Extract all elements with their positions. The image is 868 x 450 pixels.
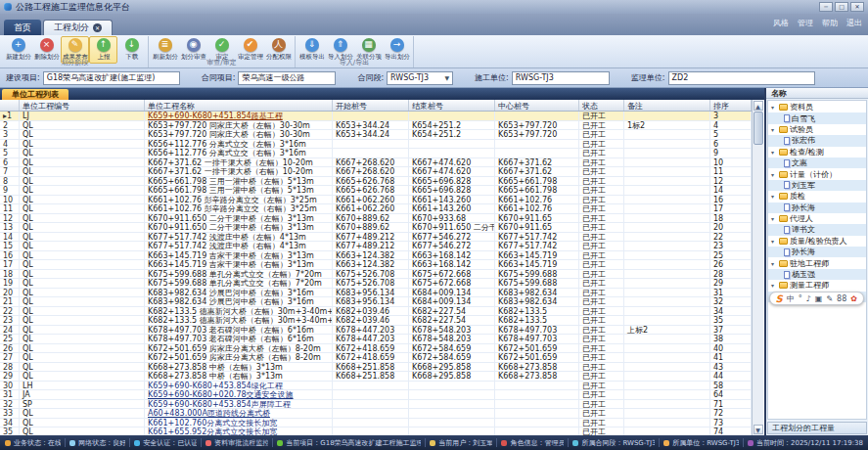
tree-member-刘玉军[interactable]: 刘玉军 (768, 180, 866, 191)
table-row[interactable]: 26QLK672+501.659 房家庄分离大桥（左幅）8-20mK672+41… (0, 344, 752, 354)
nav-link-风格[interactable]: 风格 (773, 18, 789, 28)
table-row[interactable]: 35QLK661+655.952分离式立交接长加宽已开工74 (0, 428, 752, 435)
table-row[interactable]: 31JAK659+690-K680+020.78交通安全设施已开工64 (0, 390, 752, 400)
column-header-排序[interactable]: 排序 (710, 100, 752, 111)
table-row[interactable]: 32SPK659+690-K680+453.854声屏障工程已开工71 (0, 400, 752, 410)
panel-footer-link[interactable]: 工程划分的工程量 (767, 422, 867, 434)
taskbar-item[interactable]: 网络状态：良好 (69, 438, 125, 448)
table-row[interactable]: 11QLK661+102.76 彭辛路分离立交（右幅）3*25mK661+062… (0, 204, 752, 214)
nav-link-管理[interactable]: 管理 (798, 18, 813, 28)
column-header-单位工程名称[interactable]: 单位工程名称 (145, 100, 333, 111)
table-row[interactable]: 2QLK653+797.720 同家庄大桥（左幅）30-30mK653+344.… (0, 121, 752, 131)
tree-member-白雪飞[interactable]: 白雪飞 (768, 112, 866, 123)
nav-link-退出[interactable]: 退出 (846, 18, 862, 28)
table-row[interactable]: 9QLK665+661.798 三用一灌中桥（右幅）5*13mK665+626.… (0, 186, 752, 196)
taskbar-item[interactable]: 当前项目：G18荣乌高速改扩建工程施工监理 (277, 438, 421, 448)
contract-section-select[interactable]: RWSG-TJ3▼ (387, 71, 453, 85)
tab-close-icon[interactable]: ✕ (93, 23, 102, 32)
tree-member-张宏伟[interactable]: 张宏伟 (768, 135, 866, 146)
ime-logo-icon[interactable]: S (776, 293, 783, 304)
tree-folder-代理人[interactable]: ▾代理人 (768, 213, 866, 224)
table-row[interactable]: 21QLK683+982.634 沙展巴河中桥（右幅）3*16mK683+956… (0, 297, 752, 307)
nav-tab-home[interactable]: 首页 (4, 20, 41, 35)
taskbar-item[interactable]: 角色信息：管理员 (501, 438, 564, 448)
tree-folder-质检[interactable]: ▾质检 (768, 191, 866, 202)
column-header-结束桩号[interactable]: 结束桩号 (409, 100, 495, 111)
table-row[interactable]: 8QLK665+661.798 三用一灌中桥（左幅）5*13mK665+626.… (0, 177, 752, 187)
tree-member-谭书文[interactable]: 谭书文 (768, 224, 866, 235)
close-button[interactable]: ✕ (850, 2, 864, 12)
table-row[interactable]: 13QLK670+911.650 二分干渠中桥（右幅）3*13mK670+889… (0, 223, 752, 233)
column-header-开始桩号[interactable]: 开始桩号 (333, 100, 409, 111)
taskbar-item[interactable]: 业务状态：在线 (5, 438, 61, 448)
taskbar-item[interactable]: 当前时间：2025/12/11 17:19:38 (748, 438, 863, 448)
taskbar-item[interactable]: 安全认证：已认证 (134, 438, 197, 448)
table-row[interactable]: 15QLK677+517.742 浅渡庄中桥（右幅）4*13mK677+489.… (0, 242, 752, 251)
table-row[interactable]: 3QLK653+797.720 同家庄大桥（右幅）30-30mK653+344.… (0, 130, 752, 140)
scrollbar-thumb[interactable] (754, 112, 763, 145)
table-row[interactable]: 12QLK670+911.650 二分干渠中桥（左幅）3*13mK670+889… (0, 214, 752, 224)
column-header-单位工程编号[interactable]: 单位工程编号 (20, 100, 145, 111)
taskbar-item[interactable]: 资料审批流程监控 (206, 438, 268, 448)
taskbar-item[interactable]: 所属合同段：RWSG-TJ3 (572, 438, 655, 448)
table-row[interactable]: 18QLK675+599.688 单孔分离式立交（左幅）7*20mK675+52… (0, 270, 752, 280)
expand-arrow-icon[interactable]: ▾ (771, 104, 777, 111)
ime-emoji-icon[interactable]: 88 (837, 294, 846, 303)
column-header-备注[interactable]: 备注 (624, 100, 710, 111)
expand-arrow-icon[interactable]: ▾ (771, 215, 777, 222)
tree-folder-质量/检验负责人[interactable]: ▾质量/检验负责人 (768, 236, 866, 247)
scroll-down-icon[interactable]: ▼ (754, 425, 763, 434)
vertical-scrollbar[interactable]: ▲ ▼ (752, 100, 763, 435)
tree-member-孙长海[interactable]: 孙长海 (768, 247, 866, 257)
expand-arrow-icon[interactable]: ▾ (771, 171, 777, 178)
ime-chinese-icon[interactable]: 中 (787, 293, 795, 304)
context-field-input[interactable]: ZD2 (668, 71, 815, 85)
context-field-input[interactable]: RWSG-TJ3 (512, 71, 610, 85)
tree-member-孙长海[interactable]: 孙长海 (768, 202, 866, 213)
table-row[interactable]: 29QLK668+273.858 中桥（右幅）3*13mK668+251.858… (0, 372, 752, 382)
tree-folder-试验员[interactable]: ▾试验员 (768, 124, 866, 135)
context-field-input[interactable]: 荣乌高速一级公路 (238, 71, 336, 85)
table-row[interactable]: 16QLK663+145.719 吉家干渠中桥（左幅）3*13mK663+124… (0, 251, 752, 261)
table-row[interactable]: 27QLK672+501.659 房家庄分离大桥（右幅）8-20mK672+41… (0, 353, 752, 363)
ime-toolbar[interactable]: S中°♪▣✎88✿ (769, 292, 864, 305)
tree-folder-测量工程师[interactable]: ▾测量工程师 (768, 280, 866, 291)
ime-pen-icon[interactable]: ✎ (826, 294, 833, 303)
table-row[interactable]: 10QLK661+102.76 彭辛路分离立交（左幅）3*25mK661+062… (0, 196, 752, 205)
table-row[interactable]: 14QLK677+517.742 浅渡庄中桥（左幅）4*13mK677+489.… (0, 233, 752, 243)
tree-member-文惠[interactable]: 文惠 (768, 158, 866, 168)
table-row[interactable]: 19QLK675+599.688 单孔分离式立交（右幅）7*20mK675+52… (0, 279, 752, 289)
table-row[interactable]: 22QLK682+133.5 德惠新河大桥（左幅）30m+3-40m+…K682… (0, 307, 752, 317)
table-row[interactable]: 6QLK667+371.62 一排干渠大桥（左幅）10-20mK667+268.… (0, 158, 752, 168)
ime-tool-icon[interactable]: ✿ (850, 294, 857, 303)
expand-arrow-icon[interactable]: ▾ (771, 126, 777, 133)
table-row[interactable]: 20QLK683+982.634 沙展巴河中桥（左幅）3*16mK683+956… (0, 289, 752, 298)
column-header-状态[interactable]: 状态 (579, 100, 624, 111)
scroll-up-icon[interactable]: ▲ (754, 101, 763, 111)
table-row[interactable]: 24QLK678+497.703 老石碑河中桥（左幅）6*16mK678+447… (0, 326, 752, 336)
table-row[interactable]: 5QLK656+112.776 分离式立交（右幅）3*16m已开工9 (0, 149, 752, 158)
expand-arrow-icon[interactable]: ▾ (771, 149, 777, 156)
tree-folder-资料员[interactable]: ▾资料员 (768, 102, 866, 112)
nav-link-帮助[interactable]: 帮助 (822, 18, 838, 28)
tree-folder-驻地工程师[interactable]: ▾驻地工程师 (768, 257, 866, 268)
expand-arrow-icon[interactable]: ▾ (771, 260, 777, 267)
expand-arrow-icon[interactable]: ▾ (771, 238, 777, 245)
table-row[interactable]: 30LHK659+690-K680+453.854绿化工程已开工58 (0, 382, 752, 391)
column-header-rownum[interactable] (0, 100, 20, 111)
minimize-button[interactable]: ─ (819, 2, 833, 12)
expand-arrow-icon[interactable]: ▾ (771, 193, 777, 200)
nav-tab-division[interactable]: 工程划分✕ (43, 20, 113, 35)
tree-folder-计量（计价）[interactable]: ▾计量（计价） (768, 168, 866, 179)
table-row[interactable]: 34QLK661+102.760分离式立交接长加宽已开工73 (0, 419, 752, 428)
ime-punct-icon[interactable]: ° (799, 294, 802, 303)
table-row[interactable]: 4QLK656+112.776 分离式立交（左幅）3*16m已开工6 (0, 140, 752, 150)
context-field-input[interactable]: G18荣乌高速改扩建(施工监理) (43, 71, 180, 85)
table-row[interactable]: 28QLK668+273.858 中桥（左幅）3*13mK668+251.858… (0, 363, 752, 373)
taskbar-item[interactable]: 当前用户：刘玉军 (430, 438, 492, 448)
table-row[interactable]: 7QLK667+371.62 一排干渠大桥（右幅）10-20mK667+268.… (0, 167, 752, 177)
column-header-中心桩号[interactable]: 中心桩号 (495, 100, 579, 111)
table-row[interactable]: ▸1LJK659+690-K680+451.854路基工程已开工3 (0, 112, 752, 121)
table-row[interactable]: 23QLK682+133.5 德惠新河大桥（右幅）30m+3-40m+…K682… (0, 316, 752, 326)
tree-folder-检查/检测[interactable]: ▾检查/检测 (768, 147, 866, 158)
